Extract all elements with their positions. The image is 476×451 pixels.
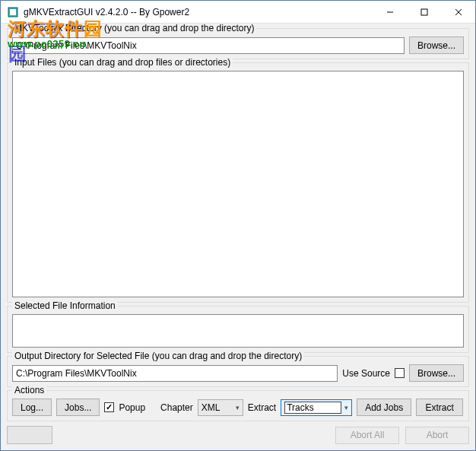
chapter-format-select[interactable]: XML ▾ — [198, 399, 243, 416]
output-browse-button[interactable]: Browse... — [409, 364, 464, 382]
actions-legend: Actions — [12, 385, 46, 395]
actions-group: Actions Log... Jobs... Popup Chapter XML… — [7, 390, 469, 421]
app-icon — [7, 6, 19, 18]
log-button[interactable]: Log... — [12, 399, 52, 416]
extract-mode-select[interactable]: Tracks ▾ — [281, 399, 352, 416]
extract-button[interactable]: Extract — [416, 399, 463, 416]
output-legend: Output Directory for Selected File (you … — [12, 351, 304, 361]
close-button[interactable] — [441, 1, 475, 23]
window-controls — [373, 1, 475, 23]
mkvtoolnix-path-input[interactable] — [12, 37, 405, 54]
minimize-button[interactable] — [373, 1, 407, 23]
footer: Abort All Abort — [7, 426, 469, 444]
file-info-group: Selected File Information — [7, 306, 469, 353]
abort-all-button[interactable]: Abort All — [335, 427, 399, 444]
input-files-group: Input Files (you can drag and drop files… — [7, 62, 469, 303]
client-area: MKVToolnix Directory (you can drag and d… — [1, 24, 475, 450]
chapter-label: Chapter — [160, 402, 193, 413]
window-title: gMKVExtractGUI v2.4.2.0 -- By Gpower2 — [24, 7, 373, 17]
output-group: Output Directory for Selected File (you … — [7, 356, 469, 387]
popup-checkbox[interactable] — [104, 402, 114, 412]
jobs-button[interactable]: Jobs... — [56, 399, 100, 416]
mkvtoolnix-browse-button[interactable]: Browse... — [409, 37, 464, 54]
mkvtoolnix-legend: MKVToolnix Directory (you can drag and d… — [12, 24, 256, 33]
extract-label: Extract — [248, 402, 276, 413]
file-info-box[interactable] — [12, 314, 464, 348]
output-path-input[interactable] — [12, 365, 338, 382]
popup-label: Popup — [119, 402, 145, 413]
svg-rect-3 — [421, 9, 427, 15]
titlebar: gMKVExtractGUI v2.4.2.0 -- By Gpower2 — [1, 1, 475, 24]
app-window: gMKVExtractGUI v2.4.2.0 -- By Gpower2 河东… — [0, 0, 476, 451]
use-source-checkbox[interactable] — [395, 368, 405, 378]
use-source-label: Use Source — [342, 368, 390, 379]
abort-button[interactable]: Abort — [405, 427, 469, 444]
mkvtoolnix-group: MKVToolnix Directory (you can drag and d… — [7, 28, 469, 59]
chevron-down-icon: ▾ — [344, 404, 350, 411]
file-info-legend: Selected File Information — [12, 300, 118, 311]
add-jobs-button[interactable]: Add Jobs — [357, 399, 411, 416]
maximize-button[interactable] — [407, 1, 441, 23]
input-files-list[interactable] — [12, 71, 464, 297]
svg-rect-1 — [10, 9, 16, 15]
chevron-down-icon: ▾ — [236, 404, 241, 411]
progress-bar — [7, 426, 52, 444]
input-files-legend: Input Files (you can drag and drop files… — [12, 57, 233, 68]
